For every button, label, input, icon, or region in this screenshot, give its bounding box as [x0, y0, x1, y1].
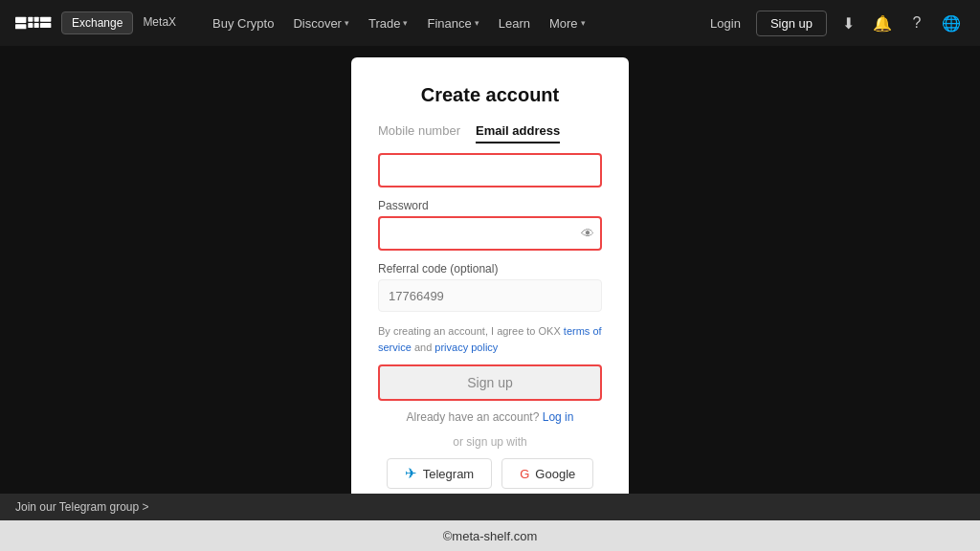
nav-right: Login Sign up ⬇ 🔔 ? 🌐 [702, 10, 965, 36]
svg-rect-2 [28, 17, 33, 22]
trade-chevron-icon: ▾ [403, 18, 408, 28]
tab-email[interactable]: Email address [476, 123, 560, 143]
nav-discover[interactable]: Discover ▾ [285, 12, 357, 34]
svg-rect-6 [40, 17, 51, 22]
google-button[interactable]: G Google [501, 458, 593, 489]
bottom-bar: ©meta-shelf.com [0, 520, 980, 551]
tab-exchange[interactable]: Exchange [61, 11, 133, 34]
svg-rect-0 [15, 17, 26, 23]
login-link[interactable]: Log in [543, 410, 574, 424]
telegram-icon: ✈ [405, 465, 417, 482]
discover-chevron-icon: ▾ [345, 18, 349, 28]
referral-label: Referral code (optional) [378, 262, 602, 276]
copyright-text: ©meta-shelf.com [443, 529, 537, 543]
download-icon[interactable]: ⬇ [835, 10, 861, 36]
finance-chevron-icon: ▾ [475, 18, 479, 28]
password-group: Password 👁 [378, 199, 602, 251]
password-toggle-icon[interactable]: 👁 [581, 226, 594, 241]
referral-group: Referral code (optional) [378, 262, 602, 312]
svg-rect-1 [15, 24, 26, 29]
nav-finance[interactable]: Finance ▾ [419, 12, 486, 34]
social-row: ✈ Telegram G Google [378, 458, 602, 489]
help-icon[interactable]: ? [903, 10, 930, 36]
login-link-row: Already have an account? Log in [378, 410, 602, 424]
input-tabs: Mobile number Email address [378, 123, 602, 143]
nav-links: Buy Crypto Discover ▾ Trade ▾ Finance ▾ … [205, 12, 702, 34]
login-button[interactable]: Login [702, 12, 748, 34]
more-chevron-icon: ▾ [581, 18, 586, 28]
nav-tabs: Exchange MetaX [61, 11, 186, 34]
nav-learn[interactable]: Learn [491, 12, 538, 34]
submit-button[interactable]: Sign up [378, 364, 602, 401]
email-input[interactable] [378, 153, 602, 187]
navbar: Exchange MetaX Buy Crypto Discover ▾ Tra… [0, 0, 980, 46]
email-group [378, 153, 602, 187]
signup-button[interactable]: Sign up [756, 11, 827, 36]
svg-rect-5 [34, 23, 39, 28]
main-area: Create account Mobile number Email addre… [0, 46, 980, 551]
google-icon: G [520, 467, 529, 481]
card-title: Create account [378, 84, 602, 106]
privacy-link[interactable]: privacy policy [434, 342, 498, 353]
telegram-strip[interactable]: Join our Telegram group > [0, 494, 980, 520]
bell-icon[interactable]: 🔔 [869, 10, 896, 36]
telegram-button[interactable]: ✈ Telegram [387, 458, 492, 489]
tab-metax[interactable]: MetaX [133, 11, 186, 34]
terms-text: By creating an account, I agree to OKX t… [378, 323, 602, 355]
svg-rect-3 [34, 17, 39, 22]
logo[interactable] [15, 13, 52, 33]
tab-mobile[interactable]: Mobile number [378, 123, 460, 143]
globe-icon[interactable]: 🌐 [938, 10, 965, 36]
nav-more[interactable]: More ▾ [542, 12, 593, 34]
svg-rect-7 [40, 23, 51, 28]
nav-buy-crypto[interactable]: Buy Crypto [205, 12, 281, 34]
password-label: Password [378, 199, 602, 212]
password-wrapper: 👁 [378, 216, 602, 251]
nav-trade[interactable]: Trade ▾ [361, 12, 415, 34]
signup-card: Create account Mobile number Email addre… [351, 57, 629, 508]
referral-input[interactable] [378, 279, 602, 312]
or-divider: or sign up with [378, 435, 602, 449]
svg-rect-4 [28, 23, 33, 28]
password-input[interactable] [378, 216, 602, 251]
